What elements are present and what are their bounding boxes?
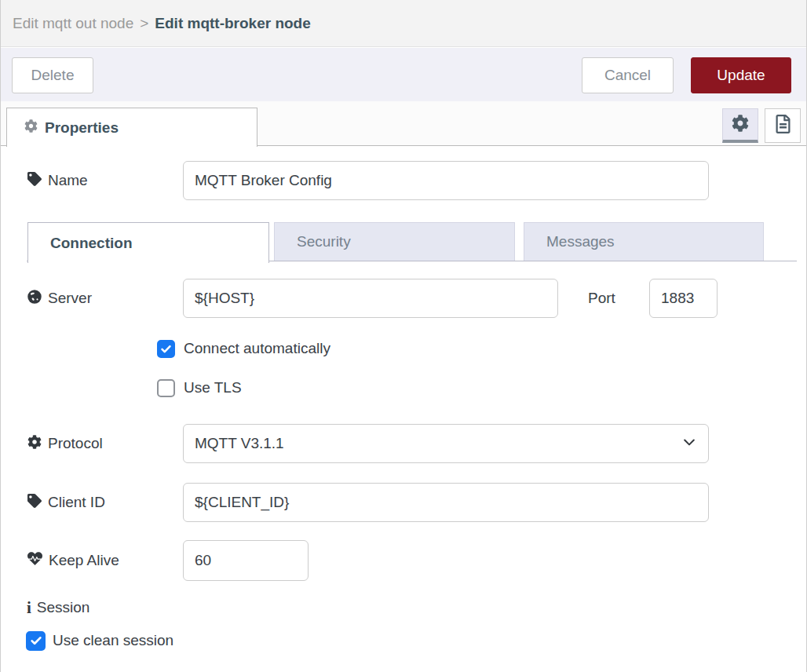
connect-auto-checkbox[interactable] [157, 340, 175, 358]
clean-session-label[interactable]: Use clean session [53, 632, 173, 649]
protocol-row: Protocol [27, 424, 103, 463]
protocol-select[interactable]: MQTT V3.1.1 [183, 424, 709, 463]
tab-connection[interactable]: Connection [27, 222, 269, 263]
name-label-text: Name [48, 172, 88, 189]
gear-icon [24, 119, 38, 137]
delete-button[interactable]: Delete [12, 57, 93, 93]
info-icon: i [27, 600, 31, 616]
editor-tabbar: Properties [1, 101, 806, 146]
clean-session-row: Use clean session [26, 626, 173, 655]
server-label-text: Server [48, 290, 92, 307]
protocol-selected-value: MQTT V3.1.1 [195, 435, 284, 452]
breadcrumb-separator: > [140, 15, 148, 32]
port-label-wrap: Port [588, 279, 615, 318]
clean-session-checkbox[interactable] [26, 631, 46, 651]
properties-view-button[interactable] [722, 108, 758, 143]
name-row: Name [27, 161, 88, 200]
gear-icon [732, 115, 749, 135]
name-label: Name [27, 172, 88, 190]
connect-auto-label[interactable]: Connect automatically [184, 340, 330, 357]
check-icon [160, 343, 172, 355]
tab-security[interactable]: Security [274, 222, 515, 261]
tab-messages-label: Messages [546, 233, 615, 250]
protocol-label: Protocol [27, 435, 103, 453]
session-label: Session [37, 599, 90, 616]
dialog-toolbar: Delete Cancel Update [1, 48, 806, 101]
check-icon [30, 634, 42, 647]
client-id-input[interactable] [183, 483, 709, 522]
chevron-down-icon [681, 434, 697, 454]
use-tls-checkbox[interactable] [157, 379, 175, 397]
breadcrumb-parent[interactable]: Edit mqtt out node [13, 15, 133, 32]
tab-properties[interactable]: Properties [6, 108, 257, 147]
server-row: Server [27, 279, 92, 318]
tab-security-label: Security [297, 233, 351, 250]
doc-icon [776, 115, 791, 137]
tab-messages[interactable]: Messages [524, 222, 764, 261]
tag-icon [27, 172, 42, 190]
tab-properties-label: Properties [45, 119, 119, 137]
client-id-row: Client ID [27, 483, 105, 522]
use-tls-label[interactable]: Use TLS [184, 379, 242, 396]
server-input[interactable] [183, 279, 558, 318]
cancel-button[interactable]: Cancel [582, 57, 674, 93]
form-body: Name Connection Security Messages Server [1, 146, 806, 672]
broker-tabbar: Connection Security Messages [27, 222, 797, 261]
keep-alive-row: Keep Alive [27, 540, 119, 581]
connect-auto-row: Connect automatically [157, 334, 330, 363]
keep-alive-label-text: Keep Alive [49, 552, 119, 569]
breadcrumb-current: Edit mqtt-broker node [155, 15, 310, 32]
session-row: i Session [27, 595, 89, 620]
globe-icon [27, 290, 42, 308]
client-id-label-text: Client ID [48, 494, 105, 511]
gear-icon [27, 435, 42, 453]
keep-alive-label: Keep Alive [27, 551, 119, 570]
client-id-label: Client ID [27, 494, 105, 512]
use-tls-row: Use TLS [157, 374, 242, 402]
heartbeat-icon [27, 551, 42, 570]
update-button[interactable]: Update [691, 57, 791, 93]
port-input[interactable] [649, 279, 718, 318]
protocol-label-text: Protocol [48, 435, 103, 452]
server-label: Server [27, 290, 92, 308]
description-view-button[interactable] [765, 108, 801, 143]
keep-alive-input[interactable] [183, 540, 309, 581]
tag-icon [27, 494, 42, 512]
breadcrumb: Edit mqtt out node > Edit mqtt-broker no… [1, 0, 806, 47]
port-label: Port [588, 290, 615, 307]
edit-mqtt-broker-dialog: Edit mqtt out node > Edit mqtt-broker no… [0, 0, 807, 672]
name-input[interactable] [183, 161, 709, 200]
tab-connection-label: Connection [50, 235, 133, 252]
